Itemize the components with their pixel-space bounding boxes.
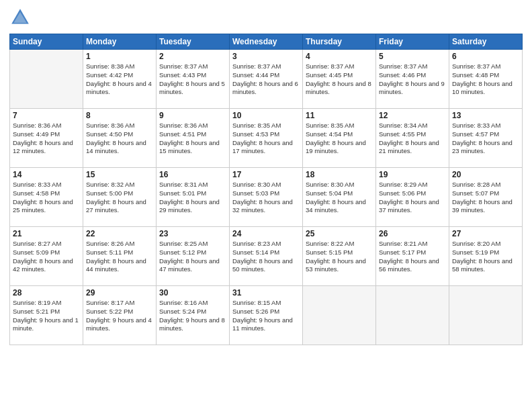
- day-number: 25: [306, 229, 373, 238]
- calendar-cell: 8Sunrise: 8:36 AM Sunset: 4:50 PM Daylig…: [83, 109, 157, 168]
- header-day-sunday: Sunday: [10, 34, 83, 50]
- day-number: 21: [13, 229, 80, 238]
- day-info: Sunrise: 8:35 AM Sunset: 4:54 PM Dayligh…: [306, 122, 373, 156]
- calendar-cell: 20Sunrise: 8:28 AM Sunset: 5:07 PM Dayli…: [449, 168, 523, 227]
- calendar-week-row-2: 14Sunrise: 8:33 AM Sunset: 4:58 PM Dayli…: [10, 168, 523, 227]
- day-number: 11: [306, 111, 373, 120]
- day-number: 9: [159, 111, 226, 120]
- day-number: 2: [159, 52, 226, 61]
- day-info: Sunrise: 8:36 AM Sunset: 4:50 PM Dayligh…: [86, 122, 153, 156]
- day-number: 10: [232, 111, 300, 120]
- day-number: 14: [13, 170, 80, 179]
- calendar-cell: 1Sunrise: 8:38 AM Sunset: 4:42 PM Daylig…: [83, 50, 157, 109]
- day-info: Sunrise: 8:26 AM Sunset: 5:11 PM Dayligh…: [86, 240, 153, 274]
- day-info: Sunrise: 8:17 AM Sunset: 5:22 PM Dayligh…: [86, 299, 153, 333]
- calendar-cell: 11Sunrise: 8:35 AM Sunset: 4:54 PM Dayli…: [303, 109, 376, 168]
- day-info: Sunrise: 8:37 AM Sunset: 4:45 PM Dayligh…: [306, 62, 373, 97]
- calendar-week-row-1: 7Sunrise: 8:36 AM Sunset: 4:49 PM Daylig…: [10, 109, 523, 168]
- day-info: Sunrise: 8:20 AM Sunset: 5:19 PM Dayligh…: [452, 240, 519, 274]
- header-day-thursday: Thursday: [303, 34, 376, 50]
- calendar-table: SundayMondayTuesdayWednesdayThursdayFrid…: [9, 34, 523, 345]
- calendar-cell: [376, 286, 449, 345]
- day-info: Sunrise: 8:34 AM Sunset: 4:55 PM Dayligh…: [379, 122, 446, 156]
- day-number: 12: [379, 111, 446, 120]
- calendar-cell: 10Sunrise: 8:35 AM Sunset: 4:53 PM Dayli…: [230, 109, 303, 168]
- header-day-friday: Friday: [376, 34, 449, 50]
- calendar-cell: 12Sunrise: 8:34 AM Sunset: 4:55 PM Dayli…: [376, 109, 449, 168]
- calendar-cell: 31Sunrise: 8:15 AM Sunset: 5:26 PM Dayli…: [230, 286, 303, 345]
- day-info: Sunrise: 8:30 AM Sunset: 5:03 PM Dayligh…: [232, 181, 300, 215]
- header: [9, 7, 523, 28]
- calendar-week-row-4: 28Sunrise: 8:19 AM Sunset: 5:21 PM Dayli…: [10, 286, 523, 345]
- day-info: Sunrise: 8:33 AM Sunset: 4:57 PM Dayligh…: [452, 122, 519, 156]
- page: SundayMondayTuesdayWednesdayThursdayFrid…: [0, 0, 532, 411]
- day-info: Sunrise: 8:35 AM Sunset: 4:53 PM Dayligh…: [232, 122, 300, 156]
- day-number: 6: [452, 52, 519, 61]
- calendar-cell: 5Sunrise: 8:37 AM Sunset: 4:46 PM Daylig…: [376, 50, 449, 109]
- day-info: Sunrise: 8:15 AM Sunset: 5:26 PM Dayligh…: [232, 299, 300, 333]
- day-info: Sunrise: 8:25 AM Sunset: 5:12 PM Dayligh…: [159, 240, 226, 274]
- day-info: Sunrise: 8:30 AM Sunset: 5:04 PM Dayligh…: [306, 181, 373, 215]
- day-info: Sunrise: 8:36 AM Sunset: 4:49 PM Dayligh…: [13, 122, 80, 156]
- day-info: Sunrise: 8:23 AM Sunset: 5:14 PM Dayligh…: [232, 240, 300, 274]
- calendar-cell: 30Sunrise: 8:16 AM Sunset: 5:24 PM Dayli…: [157, 286, 230, 345]
- day-number: 4: [306, 52, 373, 61]
- calendar-cell: 13Sunrise: 8:33 AM Sunset: 4:57 PM Dayli…: [449, 109, 523, 168]
- header-day-saturday: Saturday: [449, 34, 523, 50]
- day-number: 18: [306, 170, 373, 179]
- day-number: 30: [159, 288, 226, 298]
- day-number: 22: [86, 229, 153, 238]
- calendar-week-row-0: 1Sunrise: 8:38 AM Sunset: 4:42 PM Daylig…: [10, 50, 523, 109]
- calendar-cell: 9Sunrise: 8:36 AM Sunset: 4:51 PM Daylig…: [157, 109, 230, 168]
- logo-icon: [9, 7, 31, 28]
- day-number: 31: [232, 288, 300, 298]
- day-info: Sunrise: 8:37 AM Sunset: 4:46 PM Dayligh…: [379, 62, 446, 97]
- calendar-cell: 3Sunrise: 8:37 AM Sunset: 4:44 PM Daylig…: [230, 50, 303, 109]
- day-info: Sunrise: 8:33 AM Sunset: 4:58 PM Dayligh…: [13, 181, 80, 215]
- header-day-wednesday: Wednesday: [230, 34, 303, 50]
- day-number: 26: [379, 229, 446, 238]
- calendar-cell: 18Sunrise: 8:30 AM Sunset: 5:04 PM Dayli…: [303, 168, 376, 227]
- day-info: Sunrise: 8:21 AM Sunset: 5:17 PM Dayligh…: [379, 240, 446, 274]
- calendar-cell: 24Sunrise: 8:23 AM Sunset: 5:14 PM Dayli…: [230, 227, 303, 286]
- day-info: Sunrise: 8:19 AM Sunset: 5:21 PM Dayligh…: [13, 299, 80, 333]
- calendar-cell: 25Sunrise: 8:22 AM Sunset: 5:15 PM Dayli…: [303, 227, 376, 286]
- calendar-cell: 17Sunrise: 8:30 AM Sunset: 5:03 PM Dayli…: [230, 168, 303, 227]
- header-day-monday: Monday: [83, 34, 157, 50]
- day-info: Sunrise: 8:31 AM Sunset: 5:01 PM Dayligh…: [159, 181, 226, 215]
- calendar-cell: [303, 286, 376, 345]
- calendar-cell: 4Sunrise: 8:37 AM Sunset: 4:45 PM Daylig…: [303, 50, 376, 109]
- header-day-tuesday: Tuesday: [157, 34, 230, 50]
- calendar-cell: 2Sunrise: 8:37 AM Sunset: 4:43 PM Daylig…: [157, 50, 230, 109]
- day-number: 24: [232, 229, 300, 238]
- calendar-cell: 16Sunrise: 8:31 AM Sunset: 5:01 PM Dayli…: [157, 168, 230, 227]
- logo: [9, 7, 34, 28]
- calendar-cell: 28Sunrise: 8:19 AM Sunset: 5:21 PM Dayli…: [10, 286, 83, 345]
- day-number: 1: [86, 52, 153, 61]
- day-number: 3: [232, 52, 300, 61]
- day-number: 20: [452, 170, 519, 179]
- calendar-cell: 14Sunrise: 8:33 AM Sunset: 4:58 PM Dayli…: [10, 168, 83, 227]
- day-info: Sunrise: 8:29 AM Sunset: 5:06 PM Dayligh…: [379, 181, 446, 215]
- day-number: 28: [13, 288, 80, 298]
- calendar-cell: 7Sunrise: 8:36 AM Sunset: 4:49 PM Daylig…: [10, 109, 83, 168]
- calendar-cell: 27Sunrise: 8:20 AM Sunset: 5:19 PM Dayli…: [449, 227, 523, 286]
- day-info: Sunrise: 8:32 AM Sunset: 5:00 PM Dayligh…: [86, 181, 153, 215]
- day-info: Sunrise: 8:22 AM Sunset: 5:15 PM Dayligh…: [306, 240, 373, 274]
- day-number: 19: [379, 170, 446, 179]
- calendar-cell: 29Sunrise: 8:17 AM Sunset: 5:22 PM Dayli…: [83, 286, 157, 345]
- calendar-cell: 15Sunrise: 8:32 AM Sunset: 5:00 PM Dayli…: [83, 168, 157, 227]
- day-number: 8: [86, 111, 153, 120]
- day-info: Sunrise: 8:36 AM Sunset: 4:51 PM Dayligh…: [159, 122, 226, 156]
- day-number: 17: [232, 170, 300, 179]
- day-info: Sunrise: 8:37 AM Sunset: 4:44 PM Dayligh…: [232, 62, 300, 97]
- day-info: Sunrise: 8:16 AM Sunset: 5:24 PM Dayligh…: [159, 299, 226, 333]
- calendar-cell: 19Sunrise: 8:29 AM Sunset: 5:06 PM Dayli…: [376, 168, 449, 227]
- day-number: 23: [159, 229, 226, 238]
- day-number: 16: [159, 170, 226, 179]
- day-info: Sunrise: 8:38 AM Sunset: 4:42 PM Dayligh…: [86, 62, 153, 97]
- calendar-cell: 6Sunrise: 8:37 AM Sunset: 4:48 PM Daylig…: [449, 50, 523, 109]
- calendar-week-row-3: 21Sunrise: 8:27 AM Sunset: 5:09 PM Dayli…: [10, 227, 523, 286]
- day-number: 15: [86, 170, 153, 179]
- calendar-cell: 23Sunrise: 8:25 AM Sunset: 5:12 PM Dayli…: [157, 227, 230, 286]
